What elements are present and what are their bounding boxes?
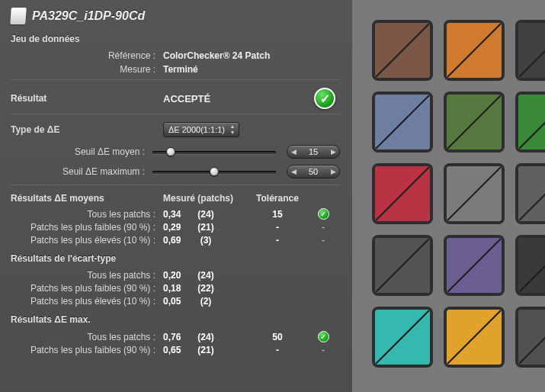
max-heading: Résultats ΔE max. bbox=[11, 314, 340, 325]
row-label: Patchs les plus faibles (90 %) : bbox=[11, 222, 163, 233]
color-swatch[interactable] bbox=[447, 23, 502, 78]
deltae-type-select[interactable]: ΔE 2000(1:1:1) ▴▾ bbox=[163, 122, 239, 137]
row-label: Patchs les plus élevés (10 %) : bbox=[11, 296, 163, 307]
measured-header: Mesuré (patchs) bbox=[163, 193, 247, 204]
avg-threshold-stepper[interactable]: ◀ 15 ▶ bbox=[287, 145, 340, 159]
color-swatch[interactable] bbox=[447, 310, 502, 365]
reference-value: ColorChecker® 24 Patch bbox=[163, 50, 270, 61]
table-row: Patchs les plus élevés (10 %) :0,69(3)-- bbox=[11, 235, 340, 246]
stdev-heading: Résultats de l'écart-type bbox=[11, 253, 340, 264]
avg-threshold-value: 15 bbox=[287, 147, 339, 156]
chevron-updown-icon: ▴▾ bbox=[231, 124, 234, 136]
color-swatch[interactable] bbox=[375, 95, 430, 149]
row-label: Tous les patchs : bbox=[11, 270, 163, 281]
row-label: Tous les patchs : bbox=[11, 332, 163, 342]
color-swatch[interactable] bbox=[375, 238, 430, 293]
max-threshold-label: Seuil ΔE maximum : bbox=[11, 166, 152, 177]
max-threshold-slider[interactable] bbox=[152, 166, 276, 177]
table-row: Patchs les plus faibles (90 %) :0,65(21)… bbox=[11, 345, 340, 355]
color-swatch[interactable] bbox=[375, 23, 430, 78]
measure-label: Mesure : bbox=[11, 64, 163, 75]
color-swatch[interactable] bbox=[375, 166, 430, 221]
deltae-type-label: Type de ΔE bbox=[11, 124, 163, 135]
row-status: ✓ bbox=[308, 331, 338, 342]
table-row: Patchs les plus faibles (90 %) :0,29(21)… bbox=[11, 222, 340, 233]
color-swatch[interactable] bbox=[518, 166, 545, 221]
row-label: Patchs les plus faibles (90 %) : bbox=[11, 345, 163, 355]
result-status: ACCEPTÉ bbox=[163, 93, 314, 104]
color-swatch[interactable] bbox=[447, 238, 502, 293]
row-tolerance: - bbox=[247, 235, 308, 246]
row-tolerance: - bbox=[247, 222, 308, 233]
color-swatch[interactable] bbox=[518, 23, 545, 78]
row-status: - bbox=[308, 222, 338, 233]
swatch-grid bbox=[375, 23, 545, 365]
avg-threshold-label: Seuil ΔE moyen : bbox=[11, 146, 152, 157]
check-icon: ✓ bbox=[318, 331, 329, 342]
reference-label: Référence : bbox=[11, 50, 163, 61]
row-label: Tous les patchs : bbox=[11, 209, 163, 220]
row-tolerance: 50 bbox=[247, 332, 308, 342]
means-heading: Résultats ΔE moyens bbox=[11, 193, 163, 204]
row-measured: 0,69(3) bbox=[163, 235, 247, 246]
row-label: Patchs les plus faibles (90 %) : bbox=[11, 283, 163, 294]
swatch-panel bbox=[352, 0, 545, 392]
row-measured: 0,76(24) bbox=[163, 332, 247, 342]
measure-value: Terminé bbox=[163, 64, 198, 75]
color-swatch[interactable] bbox=[518, 310, 545, 365]
table-row: Tous les patchs :0,34(24)15✓ bbox=[11, 208, 340, 220]
table-row: Patchs les plus élevés (10 %) :0,05(2) bbox=[11, 296, 340, 307]
profile-icon bbox=[10, 8, 27, 24]
row-measured: 0,05(2) bbox=[163, 296, 247, 307]
results-panel: PA329C_i1DP-90Cd Jeu de données Référenc… bbox=[0, 0, 352, 392]
row-status: - bbox=[308, 345, 338, 355]
table-row: Tous les patchs :0,76(24)50✓ bbox=[11, 331, 340, 342]
color-swatch[interactable] bbox=[447, 166, 502, 221]
check-icon: ✓ bbox=[318, 208, 329, 220]
row-measured: 0,29(21) bbox=[163, 222, 247, 233]
avg-threshold-slider[interactable] bbox=[152, 146, 276, 157]
row-status: - bbox=[308, 235, 338, 246]
row-tolerance: - bbox=[247, 345, 308, 355]
row-measured: 0,18(22) bbox=[163, 283, 247, 294]
row-measured: 0,34(24) bbox=[163, 209, 247, 220]
deltae-type-value: ΔE 2000(1:1:1) bbox=[168, 125, 225, 134]
color-swatch[interactable] bbox=[518, 95, 545, 149]
color-swatch[interactable] bbox=[518, 238, 545, 293]
color-swatch[interactable] bbox=[447, 95, 502, 149]
max-threshold-value: 50 bbox=[287, 167, 339, 176]
check-icon: ✓ bbox=[314, 88, 335, 109]
row-measured: 0,20(24) bbox=[163, 270, 247, 281]
row-tolerance: 15 bbox=[247, 209, 308, 220]
dataset-heading: Jeu de données bbox=[11, 34, 340, 44]
result-label: Résultat bbox=[11, 93, 163, 104]
color-swatch[interactable] bbox=[375, 310, 430, 365]
table-row: Patchs les plus faibles (90 %) :0,18(22) bbox=[11, 283, 340, 294]
profile-title: PA329C_i1DP-90Cd bbox=[32, 9, 145, 23]
row-measured: 0,65(21) bbox=[163, 345, 247, 355]
table-row: Tous les patchs :0,20(24) bbox=[11, 270, 340, 281]
tolerance-header: Tolérance bbox=[247, 193, 308, 204]
row-label: Patchs les plus élevés (10 %) : bbox=[11, 235, 163, 246]
max-threshold-stepper[interactable]: ◀ 50 ▶ bbox=[287, 165, 340, 178]
row-status: ✓ bbox=[308, 208, 338, 220]
